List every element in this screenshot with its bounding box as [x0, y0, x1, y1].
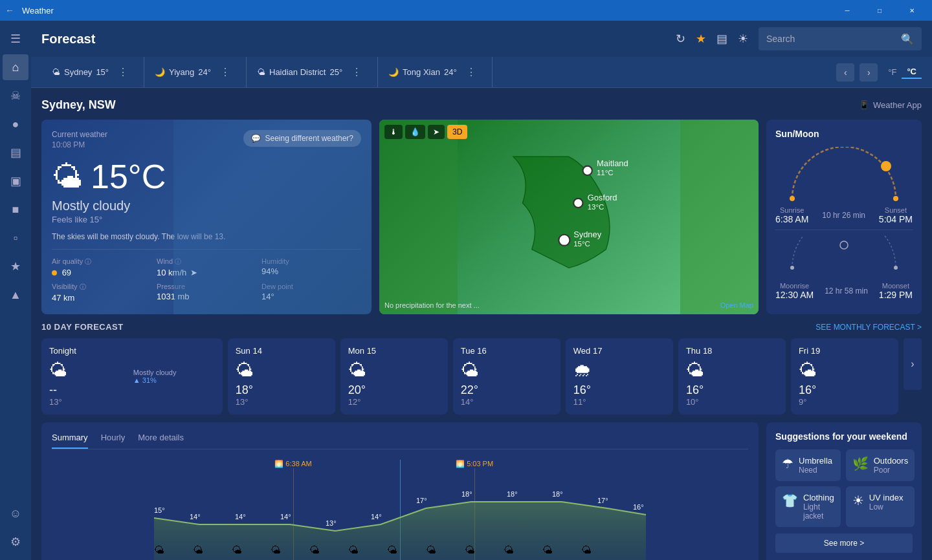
celsius-button[interactable]: °C	[902, 65, 922, 79]
city-header: Sydney, NSW 📱 Weather App	[41, 98, 922, 112]
haidian-name: Haidian District	[269, 67, 326, 77]
fahrenheit-button[interactable]: °F	[883, 66, 902, 78]
see-more-button[interactable]: See more >	[775, 533, 913, 553]
sun-moon-card: Sun/Moon Sunrise	[766, 120, 922, 314]
sidebar-item-menu[interactable]: ☰	[3, 26, 28, 52]
summary-card: Summary Hourly More details 🌅 6:38 AM 🌅 …	[41, 422, 759, 560]
location-haidian[interactable]: 🌤 Haidian District 25° ⋮	[247, 57, 378, 87]
page-title: Forecast	[41, 32, 668, 47]
uv-icon: ☀	[852, 493, 864, 508]
see-monthly-link[interactable]: SEE MONTHLY FORECAST >	[816, 323, 922, 332]
sydney-more[interactable]: ⋮	[113, 66, 133, 78]
temperature: 15°C	[91, 157, 166, 196]
seeing-different-button[interactable]: 💬 Seeing different weather?	[243, 130, 361, 147]
weather-icon: 🌤	[52, 159, 83, 195]
suggestions-title: Suggestions for your weekend	[775, 431, 913, 442]
forecast-card-sun14[interactable]: Sun 14 🌤 18° 13°	[228, 338, 335, 415]
forecast-card-fri19[interactable]: Fri 19 🌤 16° 9°	[791, 338, 898, 415]
weather-grid: Current weather 10:08 PM 🌤 15°C Mostly c…	[41, 120, 922, 314]
tab-summary[interactable]: Summary	[52, 433, 88, 449]
svg-text:17°: 17°	[416, 497, 427, 504]
sunset-info: Sunset 5:04 PM	[879, 206, 913, 224]
sidebar-item-calendar[interactable]: ▣	[3, 168, 28, 194]
gosford-dot	[573, 199, 582, 208]
map-rain-btn[interactable]: 💧	[405, 125, 425, 139]
search-box: 🔍	[759, 27, 922, 50]
sidebar-item-chart[interactable]: ▫	[3, 225, 28, 251]
forecast-card-tonight[interactable]: Tonight 🌤 -- 13° Mostly cloudy ▲ 31%	[41, 338, 223, 415]
sidebar-item-news[interactable]: ▤	[3, 140, 28, 166]
sidebar-item-history[interactable]: ■	[3, 197, 28, 222]
search-input[interactable]	[766, 34, 896, 44]
yiyang-temp: 24°	[198, 67, 211, 77]
tab-more-details[interactable]: More details	[138, 433, 184, 449]
sun-position	[881, 161, 891, 171]
suggestion-grid: ☂ Umbrella Need 🌿 Outdoors Poor	[775, 449, 913, 527]
moonset-point	[894, 266, 898, 270]
clothing-icon: 👕	[782, 493, 798, 508]
tongxian-weather-icon: 🌙	[388, 67, 399, 77]
suggestion-umbrella[interactable]: ☂ Umbrella Need	[775, 449, 841, 481]
display-icon[interactable]: ☀	[738, 32, 748, 46]
hourly-chart-area: 🌅 6:38 AM 🌅 5:03 PM	[52, 460, 748, 560]
search-icon[interactable]: 🔍	[901, 33, 914, 45]
sidebar-item-alerts[interactable]: ▲	[3, 282, 28, 308]
main-area: Forecast ↻ ★ ▤ ☀ 🔍 🌤 Sydney 15° ⋮ 🌙	[31, 21, 932, 560]
svg-text:18°: 18°	[461, 490, 472, 498]
forecast-card-wed17[interactable]: Wed 17 🌧 16° 11°	[566, 338, 673, 415]
map-temp-btn[interactable]: 🌡	[384, 125, 403, 139]
svg-text:14°: 14°	[235, 513, 246, 521]
tongxian-more[interactable]: ⋮	[461, 66, 482, 78]
sidebar-item-profile[interactable]: ☺	[3, 501, 28, 526]
forecast-next-button[interactable]: ›	[904, 338, 922, 390]
sidebar-item-settings[interactable]: ⚙	[3, 529, 28, 555]
map-toolbar: 🌡 💧 ➤ 3D	[384, 125, 467, 139]
city-name: Sydney, NSW	[41, 98, 116, 112]
sun-row: Sunrise 6:38 AM 10 hr 26 min Sunset 5:04…	[775, 206, 913, 224]
forecast-header: 10 DAY FORECAST SEE MONTHLY FORECAST >	[41, 322, 922, 332]
yiyang-more[interactable]: ⋮	[215, 66, 236, 78]
map-wind-btn[interactable]: ➤	[428, 125, 445, 139]
locations-prev[interactable]: ‹	[836, 63, 854, 81]
umbrella-icon: ☂	[782, 456, 793, 471]
locations-next[interactable]: ›	[860, 63, 878, 81]
minimize-button[interactable]: ─	[832, 0, 862, 21]
suggestion-outdoors[interactable]: 🌿 Outdoors Poor	[846, 449, 915, 481]
titlebar-controls: ─ □ ✕	[832, 0, 927, 21]
sidebar-item-globe[interactable]: ●	[3, 111, 28, 137]
suggestion-uv[interactable]: ☀ UV index Low	[846, 486, 915, 527]
close-button[interactable]: ✕	[897, 0, 927, 21]
sidebar-item-star[interactable]: ★	[3, 253, 28, 279]
maximize-button[interactable]: □	[865, 0, 894, 21]
sidebar-item-maps[interactable]: ☠	[3, 83, 28, 109]
svg-text:18°: 18°	[552, 490, 563, 498]
weather-map-card: 🌡 💧 ➤ 3D	[379, 120, 759, 314]
svg-text:🌤: 🌤	[426, 544, 436, 555]
back-icon[interactable]: ←	[5, 5, 14, 16]
open-map-link[interactable]: Open Map	[720, 301, 753, 309]
forecast-card-tue16[interactable]: Tue 16 🌤 22° 14°	[453, 338, 560, 415]
haidian-more[interactable]: ⋮	[346, 66, 367, 78]
weather-app-link[interactable]: 📱 Weather App	[859, 100, 922, 110]
moon-section: Moonrise 12:30 AM 12 hr 58 min Moonset 1…	[775, 230, 913, 300]
tab-hourly[interactable]: Hourly	[101, 433, 126, 449]
location-yiyang[interactable]: 🌙 Yiyang 24° ⋮	[144, 57, 247, 87]
svg-text:14°: 14°	[371, 513, 382, 521]
suggestion-clothing[interactable]: 👕 Clothing Light jacket	[775, 486, 841, 527]
sun-arc	[775, 147, 913, 199]
map-3d-btn[interactable]: 3D	[447, 125, 467, 139]
refresh-icon[interactable]: ↻	[676, 32, 685, 46]
maitland-dot	[583, 166, 592, 175]
location-bar: 🌤 Sydney 15° ⋮ 🌙 Yiyang 24° ⋮ 🌤 Haidian …	[31, 57, 932, 88]
location-tongxian[interactable]: 🌙 Tong Xian 24° ⋮	[378, 57, 493, 87]
no-precip-label: No precipitation for the next ...	[384, 301, 480, 309]
location-sydney[interactable]: 🌤 Sydney 15° ⋮	[41, 57, 144, 87]
forecast-card-mon15[interactable]: Mon 15 🌤 20° 12°	[340, 338, 448, 415]
favorite-icon[interactable]: ★	[696, 32, 706, 46]
location-bar-right: ‹ › °F °C	[836, 63, 922, 81]
compare-icon[interactable]: ▤	[716, 32, 727, 46]
hourly-chart-svg: 15° 14° 14° 14° 13° 14° 17° 18° 18° 18° …	[52, 460, 748, 560]
sidebar-item-home[interactable]: ⌂	[3, 54, 28, 80]
sydney-map-temp-label: 15°C	[573, 240, 590, 248]
forecast-card-thu18[interactable]: Thu 18 🌤 16° 10°	[678, 338, 786, 415]
